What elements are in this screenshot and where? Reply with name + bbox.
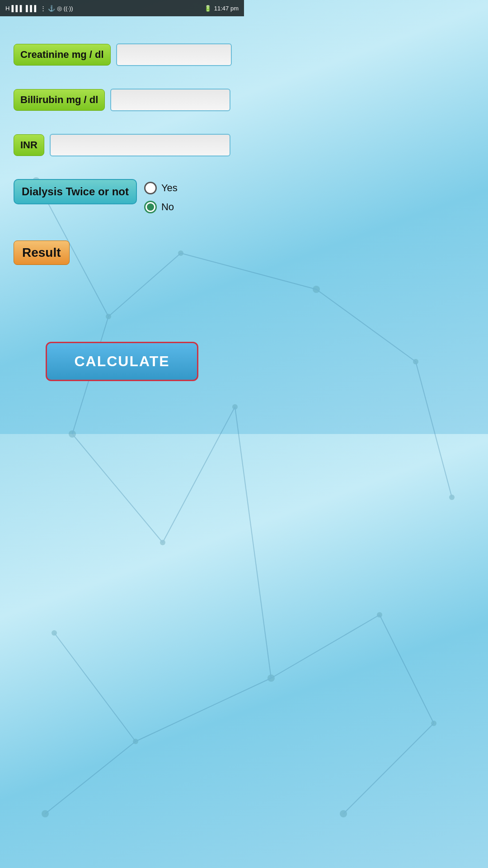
svg-point-3 (69, 430, 76, 434)
inr-input[interactable] (50, 134, 230, 156)
battery-icon: 🔋 (204, 5, 211, 12)
svg-point-13 (232, 404, 238, 410)
calculate-button[interactable]: CALCULATE (46, 342, 198, 381)
bilirubin-row: Billirubin mg / dl (14, 89, 230, 111)
dialysis-no-radio[interactable] (144, 201, 157, 213)
bilirubin-input[interactable] (110, 89, 230, 111)
dialysis-no-option[interactable]: No (144, 201, 178, 213)
more-icon: ⋮ (40, 5, 46, 12)
inr-row: INR (14, 134, 230, 156)
dialysis-label: Dialysis Twice or not (14, 179, 137, 204)
message-icon: ◎ (57, 5, 62, 12)
bilirubin-label: Billirubin mg / dl (14, 89, 105, 111)
dialysis-radio-group: Yes No (144, 179, 178, 213)
creatinine-label: Creatinine mg / dl (14, 44, 111, 66)
carrier-2: ▌▌▌ (26, 5, 38, 12)
dialysis-yes-label: Yes (161, 182, 178, 194)
usb-icon: ⚓ (48, 5, 55, 12)
calculate-button-wrapper: CALCULATE (14, 342, 230, 381)
status-left: H ▌▌▌ ▌▌▌ ⋮ ⚓ ◎ ((·)) (5, 5, 73, 12)
signal-bars-1: ▌▌▌ (11, 5, 24, 12)
svg-line-25 (235, 407, 244, 434)
creatinine-row: Creatinine mg / dl (14, 43, 230, 66)
status-right: 🔋 11:47 pm (204, 5, 239, 12)
dialysis-yes-radio[interactable] (144, 182, 157, 194)
dialysis-yes-option[interactable]: Yes (144, 182, 178, 194)
time-display: 11:47 pm (214, 5, 239, 12)
creatinine-input[interactable] (116, 43, 232, 66)
svg-line-28 (163, 407, 235, 434)
dialysis-row: Dialysis Twice or not Yes No (14, 179, 230, 213)
inr-label: INR (14, 134, 44, 156)
wifi-icon: ((·)) (64, 5, 73, 12)
main-content: Creatinine mg / dl Billirubin mg / dl IN… (0, 16, 244, 399)
dialysis-no-label: No (161, 201, 174, 213)
carrier-h: H (5, 5, 9, 12)
status-bar: H ▌▌▌ ▌▌▌ ⋮ ⚓ ◎ ((·)) 🔋 11:47 pm (0, 0, 244, 16)
result-label: Result (14, 241, 70, 265)
